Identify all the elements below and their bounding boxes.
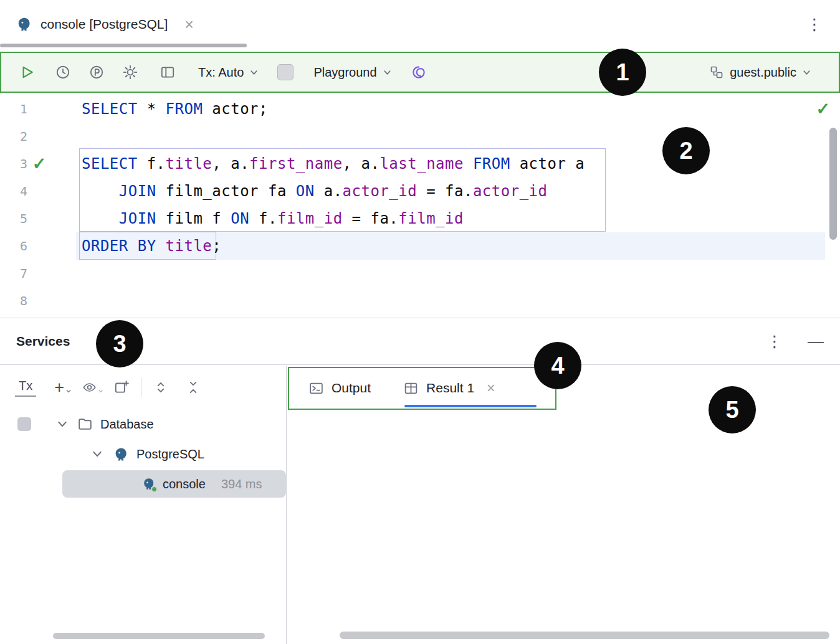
postgresql-icon <box>113 447 129 462</box>
table-horizontal-scrollbar[interactable] <box>340 632 829 639</box>
code-line[interactable]: ORDER BY title; <box>82 232 825 260</box>
code-line[interactable]: JOIN film_actor fa ON a.actor_id = fa.ac… <box>82 178 825 205</box>
clock-icon <box>55 64 71 80</box>
tab-result-1[interactable]: Result 1 × <box>398 366 500 410</box>
services-horizontal-scrollbar[interactable] <box>53 633 265 639</box>
line-number: 3 <box>0 150 27 178</box>
code-lines[interactable]: SELECT * FROM actor;SELECT f.title, a.fi… <box>82 95 825 315</box>
chevron-down-icon <box>383 68 392 77</box>
chevron-down-icon <box>98 388 103 394</box>
split-panel-icon <box>160 64 176 80</box>
play-icon <box>19 64 35 80</box>
chevron-down-icon[interactable] <box>91 448 103 460</box>
playground-label: Playground <box>313 65 376 80</box>
schema-selector[interactable]: guest.public <box>709 65 811 80</box>
history-button[interactable] <box>52 62 74 83</box>
annotation-badge-5: 5 <box>709 386 756 433</box>
folder-icon <box>77 417 93 432</box>
playground-dropdown[interactable]: Playground <box>313 65 391 80</box>
selected-tree-row[interactable]: console 394 ms <box>62 470 286 498</box>
code-line[interactable]: SELECT f.title, a.first_name, a.last_nam… <box>82 150 825 178</box>
line-number: 8 <box>0 287 27 315</box>
annotation-badge-1: 1 <box>599 49 646 96</box>
editor-vertical-scrollbar[interactable] <box>829 128 837 240</box>
results-panel: Output Result 1 × <box>287 366 840 644</box>
tree-item-console[interactable]: console 394 ms <box>0 469 286 499</box>
tab-close-icon[interactable]: × <box>184 17 194 32</box>
schema-nodes-icon <box>709 65 724 80</box>
tab-console-postgresql[interactable]: console [PostgreSQL] × <box>10 7 200 41</box>
stop-icon <box>277 64 294 80</box>
tree-item-database[interactable]: Database <box>0 409 286 439</box>
code-line[interactable]: SELECT * FROM actor; <box>82 95 825 123</box>
tab-close-icon[interactable]: × <box>487 380 495 397</box>
editor-tabbar: console [PostgreSQL] × ⋮ <box>0 0 840 47</box>
annotation-badge-2: 2 <box>662 127 710 174</box>
editor-layout-button[interactable] <box>157 62 178 83</box>
p-circle-icon <box>88 64 105 80</box>
tab-title: console [PostgreSQL] <box>41 17 168 32</box>
tab-scroll-indicator[interactable] <box>0 44 247 47</box>
table-icon <box>403 381 419 396</box>
tab-result-label: Result 1 <box>426 381 474 395</box>
active-tab-underline <box>404 405 537 407</box>
collapse-all-button[interactable] <box>183 377 204 398</box>
connected-status-dot <box>151 486 157 492</box>
code-line[interactable] <box>82 123 825 150</box>
terminal-icon <box>308 381 324 396</box>
line-number: 7 <box>0 260 27 287</box>
expand-all-button[interactable] <box>150 377 171 398</box>
tree-item-label: Database <box>100 417 154 432</box>
settings-button[interactable] <box>120 62 141 83</box>
tab-output-label: Output <box>332 381 371 395</box>
line-number: 1 <box>0 95 27 123</box>
line-number: 6 <box>0 232 27 260</box>
line-number: 4 <box>0 178 27 205</box>
tab-output[interactable]: Output <box>303 366 376 410</box>
tree-item-postgresql[interactable]: PostgreSQL <box>0 439 286 469</box>
tx-filter-button[interactable]: Tx <box>15 379 36 397</box>
add-button[interactable]: + <box>52 377 74 398</box>
profile-button[interactable] <box>86 62 107 83</box>
postgresql-icon <box>16 16 32 32</box>
chevron-down-icon[interactable] <box>56 418 69 430</box>
line-number: 2 <box>0 123 27 150</box>
sql-editor[interactable]: 12345678 ✓ SELECT * FROM actor;SELECT f.… <box>0 93 840 318</box>
session-swirl-icon <box>411 64 427 80</box>
tabbar-menu-icon[interactable]: ⋮ <box>806 16 823 32</box>
session-button[interactable] <box>408 62 429 83</box>
plus-icon: + <box>54 379 64 396</box>
console-session-icon <box>142 477 156 491</box>
services-minimize-icon[interactable]: — <box>808 333 824 349</box>
tree-item-label: PostgreSQL <box>136 447 204 462</box>
console-toolbar: Tx: Auto Playground guest.public <box>0 52 840 93</box>
statement-success-check-icon: ✓ <box>30 150 49 178</box>
open-in-new-tab-button[interactable] <box>111 377 132 398</box>
execution-time-label: 394 ms <box>221 477 262 491</box>
code-line[interactable] <box>82 287 825 315</box>
view-options-button[interactable] <box>82 377 103 398</box>
gear-icon <box>122 64 138 80</box>
checkbox[interactable] <box>17 417 31 431</box>
code-line[interactable]: JOIN film f ON f.film_id = fa.film_id <box>82 205 825 232</box>
toolbar-divider <box>141 378 141 397</box>
chevron-down-icon <box>802 68 811 77</box>
run-button[interactable] <box>16 62 37 83</box>
annotation-badge-3: 3 <box>96 320 143 367</box>
services-options-icon[interactable]: ⋮ <box>766 333 783 349</box>
schema-label: guest.public <box>730 65 796 80</box>
window-plus-icon <box>113 379 130 395</box>
collapse-all-icon <box>185 379 201 395</box>
editor-gutter: 12345678 <box>0 95 27 315</box>
tree-item-label: console <box>163 477 206 491</box>
services-title: Services <box>16 334 70 349</box>
services-toolbar: Tx + <box>0 366 286 409</box>
tx-mode-dropdown[interactable]: Tx: Auto <box>198 65 259 80</box>
datagrip-window: console [PostgreSQL] × ⋮ Tx: Auto Playgr… <box>0 0 840 644</box>
annotation-badge-4: 4 <box>534 342 581 389</box>
chevron-down-icon <box>249 68 259 77</box>
code-line[interactable] <box>82 260 825 287</box>
expand-all-icon <box>153 379 169 395</box>
eye-icon <box>82 379 97 395</box>
tx-mode-label: Tx: Auto <box>198 65 244 80</box>
